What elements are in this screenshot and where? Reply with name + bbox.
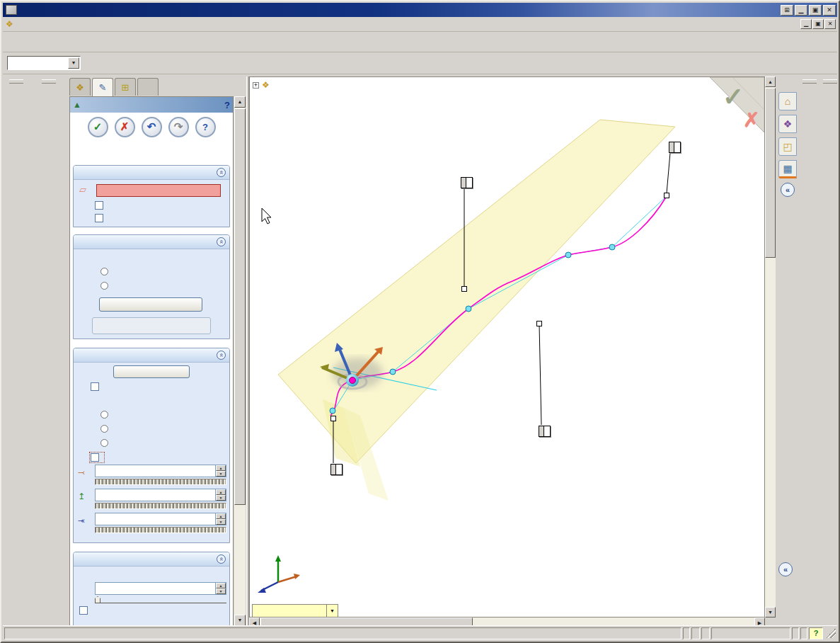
collapse-chevron-icon[interactable]: « bbox=[217, 168, 226, 177]
symmetry-1-checkbox[interactable]: ✓ bbox=[95, 201, 108, 210]
ok-button[interactable]: ✓ bbox=[88, 117, 108, 137]
x-thumbwheel[interactable] bbox=[95, 479, 226, 485]
tab-propertymanager[interactable]: ✎ bbox=[92, 78, 113, 96]
mdi-minimize-button[interactable]: ▁ bbox=[800, 19, 812, 29]
callout-value[interactable] bbox=[544, 426, 550, 436]
confirm-cancel-icon[interactable]: ✗ bbox=[743, 109, 759, 131]
tab-r3[interactable] bbox=[137, 78, 159, 96]
group-display-header[interactable]: « bbox=[74, 552, 229, 567]
through-points-radio[interactable] bbox=[100, 268, 113, 275]
document-icon[interactable]: ❖ bbox=[6, 20, 16, 29]
tab-featuremanager[interactable]: ❖ bbox=[69, 78, 91, 96]
face-selection-field[interactable] bbox=[96, 184, 221, 197]
triad-follows-selection-checkbox[interactable]: ✓ bbox=[91, 453, 103, 462]
handle-start-edge[interactable] bbox=[331, 416, 336, 421]
view-palette-icon[interactable]: ▦ bbox=[778, 160, 797, 178]
mesh-preview-checkbox[interactable]: ✓ bbox=[79, 606, 92, 615]
snap-to-geometry-checkbox[interactable]: ✓ bbox=[91, 382, 103, 391]
help-button[interactable]: ? bbox=[195, 117, 216, 137]
y-value-field[interactable]: ▲▼ bbox=[95, 489, 226, 501]
vscroll-up-icon[interactable]: ▲ bbox=[765, 76, 776, 87]
property-manager-panel: ❖ ✎ ⊞ ▲ ? ✓ ✗ ↶ ↷ ? « bbox=[68, 76, 246, 627]
z-value-field[interactable]: ▲▼ bbox=[95, 513, 226, 525]
edit-mode-status bbox=[711, 627, 790, 639]
continuity-callout-4[interactable] bbox=[330, 464, 343, 475]
callout-value[interactable] bbox=[466, 178, 472, 188]
selected-control-point[interactable] bbox=[350, 377, 356, 384]
tree-expand-icon[interactable]: + bbox=[253, 82, 259, 89]
collapse-chevron-icon[interactable]: « bbox=[217, 554, 226, 564]
viewport-vscrollbar[interactable]: ▲ ▼ bbox=[765, 76, 776, 618]
z-spinner[interactable]: ▲▼ bbox=[215, 513, 226, 525]
close-button[interactable]: ✕ bbox=[823, 5, 836, 16]
scroll-down-icon[interactable]: ▼ bbox=[234, 615, 246, 626]
symmetry-2-checkbox[interactable]: ✓ bbox=[95, 214, 108, 222]
toolbar-row-2: ▼ bbox=[3, 52, 837, 74]
callout-value[interactable] bbox=[336, 465, 342, 474]
callout-value[interactable] bbox=[674, 142, 680, 152]
continuity-callout-1[interactable] bbox=[669, 142, 681, 153]
toolbar-row-1 bbox=[3, 32, 837, 52]
slider-thumb[interactable] bbox=[95, 596, 100, 603]
surface-radio[interactable] bbox=[100, 425, 113, 433]
transparency-field[interactable]: ▲▼ bbox=[95, 582, 226, 595]
feature-tree-root[interactable]: + ❖ bbox=[253, 80, 272, 90]
confirm-check-icon[interactable]: ✓ bbox=[723, 82, 744, 111]
file-explorer-icon[interactable]: ◰ bbox=[778, 137, 797, 156]
confirm-button-row: ✓ ✗ ↶ ↷ ? bbox=[70, 113, 233, 141]
add-curves-button[interactable] bbox=[99, 297, 202, 312]
scroll-thumb[interactable] bbox=[234, 108, 246, 505]
view-selector-dropdown-icon[interactable]: ▼ bbox=[327, 604, 338, 618]
mdi-close-button[interactable]: ✕ bbox=[824, 19, 836, 29]
sketch-toolbar bbox=[820, 78, 840, 625]
continuity-callout-3[interactable] bbox=[539, 426, 551, 437]
confirmation-corner[interactable]: ✓ ✗ bbox=[710, 77, 764, 132]
y-spinner[interactable]: ▲▼ bbox=[215, 489, 226, 501]
collapse-taskpane-icon[interactable]: « bbox=[781, 183, 795, 197]
combo-dropdown-icon[interactable]: ▼ bbox=[68, 57, 79, 69]
vscroll-thumb[interactable] bbox=[765, 88, 776, 258]
cancel-button[interactable]: ✗ bbox=[115, 117, 135, 137]
collapse-chevron-icon[interactable]: « bbox=[217, 237, 226, 246]
handle-back-edge[interactable] bbox=[664, 193, 669, 198]
undo-button[interactable]: ↶ bbox=[142, 117, 162, 137]
restore-button[interactable]: ▣ bbox=[809, 5, 822, 16]
x-value-field[interactable]: ▲▼ bbox=[95, 465, 226, 477]
dimension-favorite-combo[interactable]: ▼ bbox=[7, 56, 81, 70]
minimize-button[interactable]: ▁ bbox=[795, 5, 807, 16]
group-control-points: « ✓ bbox=[73, 348, 230, 543]
design-library-icon[interactable]: ❖ bbox=[778, 115, 797, 133]
view-selector[interactable]: ▼ bbox=[252, 604, 338, 618]
transparency-spinner[interactable]: ▲▼ bbox=[215, 583, 226, 594]
vscroll-down-icon[interactable]: ▼ bbox=[765, 607, 776, 618]
collapse-chevron-icon[interactable]: « bbox=[217, 351, 226, 360]
continuity-callout-2[interactable] bbox=[461, 177, 473, 188]
control-polygon-radio[interactable] bbox=[100, 282, 113, 290]
add-points-button[interactable] bbox=[113, 365, 190, 378]
scroll-up-icon[interactable]: ▲ bbox=[234, 96, 246, 108]
app-icon[interactable] bbox=[6, 5, 17, 15]
status-help-icon[interactable]: ? bbox=[809, 627, 823, 639]
handle-left-edge[interactable] bbox=[462, 287, 467, 292]
redo-button[interactable]: ↷ bbox=[168, 117, 189, 137]
graphics-area[interactable]: ✓ ✗ + bbox=[249, 76, 765, 618]
global-radio[interactable] bbox=[100, 411, 113, 419]
tab-configurationmanager[interactable]: ⊞ bbox=[115, 78, 136, 96]
resize-grip[interactable] bbox=[826, 628, 836, 638]
panel-help-icon[interactable]: ? bbox=[224, 100, 230, 110]
curve-radio[interactable] bbox=[100, 439, 113, 447]
handle-front-edge[interactable] bbox=[537, 322, 542, 326]
view-selector-value[interactable] bbox=[252, 604, 327, 618]
panel-scrollbar[interactable]: ▲ ▼ bbox=[234, 96, 246, 626]
solidworks-resources-icon[interactable]: ⌂ bbox=[778, 92, 797, 110]
z-thumbwheel[interactable] bbox=[95, 527, 226, 533]
mdi-restore-button[interactable]: ▣ bbox=[812, 19, 824, 29]
group-control-curves-header[interactable]: « bbox=[74, 235, 229, 249]
collapse-taskpane-2-icon[interactable]: « bbox=[778, 562, 793, 576]
group-face-settings-header[interactable]: « bbox=[74, 166, 229, 180]
y-thumbwheel[interactable] bbox=[95, 503, 226, 509]
transparency-slider[interactable] bbox=[95, 596, 226, 603]
group-control-points-header[interactable]: « bbox=[74, 348, 229, 363]
window-extra-icon[interactable]: ⊞ bbox=[781, 5, 793, 16]
x-spinner[interactable]: ▲▼ bbox=[215, 465, 226, 477]
